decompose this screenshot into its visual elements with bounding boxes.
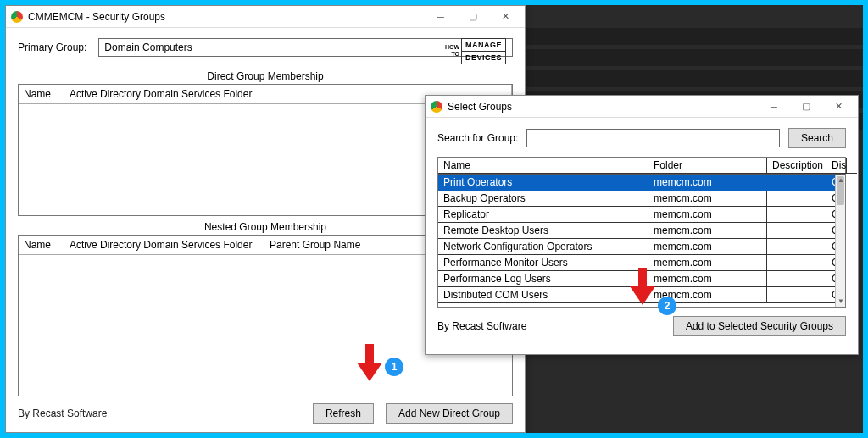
refresh-button[interactable]: Refresh xyxy=(313,403,374,424)
col-name[interactable]: Name xyxy=(19,236,64,254)
col-dis[interactable]: Dis xyxy=(826,158,847,174)
scroll-down-icon[interactable]: ▼ xyxy=(837,297,844,305)
close-button[interactable]: ✕ xyxy=(491,8,520,25)
direct-section-title: Direct Group Membership xyxy=(18,70,513,82)
col-name[interactable]: Name xyxy=(19,85,64,103)
search-button[interactable]: Search xyxy=(788,128,846,148)
col-folder[interactable]: Active Directory Domain Services Folder xyxy=(64,236,264,254)
minimize-button[interactable]: ─ xyxy=(760,98,788,115)
select-groups-window: Select Groups ─ ▢ ✕ Search for Group: Se… xyxy=(425,95,859,355)
close-button[interactable]: ✕ xyxy=(824,98,853,115)
table-row[interactable]: Print Operatorsmemcm.comCN xyxy=(438,175,835,191)
table-row[interactable]: Backup Operatorsmemcm.comCN xyxy=(438,191,835,207)
app-icon xyxy=(11,11,23,23)
results-header: Name Folder Description Dis xyxy=(438,158,845,175)
byline: By Recast Software xyxy=(18,408,107,419)
byline: By Recast Software xyxy=(437,320,526,332)
col-description[interactable]: Description xyxy=(767,158,826,174)
titlebar: Select Groups ─ ▢ ✕ xyxy=(426,96,858,118)
maximize-button[interactable]: ▢ xyxy=(459,8,487,25)
app-icon xyxy=(431,101,442,113)
table-row[interactable]: Network Configuration Operatorsmemcm.com… xyxy=(438,239,835,255)
htmd-logo: HOW TO MANAGE DEVICES xyxy=(445,38,506,64)
scroll-up-icon[interactable]: ▲ xyxy=(837,176,844,184)
primary-group-label: Primary Group: xyxy=(18,42,86,53)
col-name[interactable]: Name xyxy=(438,158,648,174)
window-title: CMMEMCM - Security Groups xyxy=(28,11,426,23)
col-folder[interactable]: Folder xyxy=(648,158,767,174)
results-grid[interactable]: Name Folder Description Dis Print Operat… xyxy=(437,157,846,308)
titlebar: CMMEMCM - Security Groups ─ ▢ ✕ xyxy=(6,6,525,28)
table-row[interactable]: Replicatormemcm.comCN xyxy=(438,207,835,223)
add-to-selected-button[interactable]: Add to Selected Security Groups xyxy=(673,316,846,336)
table-row[interactable]: Performance Log Usersmemcm.comCN xyxy=(438,271,835,287)
maximize-button[interactable]: ▢ xyxy=(792,98,821,115)
table-row[interactable]: Distributed COM Usersmemcm.comCN xyxy=(438,287,835,303)
minimize-button[interactable]: ─ xyxy=(426,8,455,25)
table-row[interactable]: Performance Monitor Usersmemcm.comCN xyxy=(438,255,835,271)
scrollbar[interactable]: ▲ ▼ xyxy=(835,175,845,307)
table-row[interactable]: Remote Desktop Usersmemcm.comCN xyxy=(438,223,835,239)
search-label: Search for Group: xyxy=(437,132,518,144)
add-new-direct-group-button[interactable]: Add New Direct Group xyxy=(386,403,513,424)
window-title: Select Groups xyxy=(448,101,760,113)
search-input[interactable] xyxy=(526,129,780,147)
